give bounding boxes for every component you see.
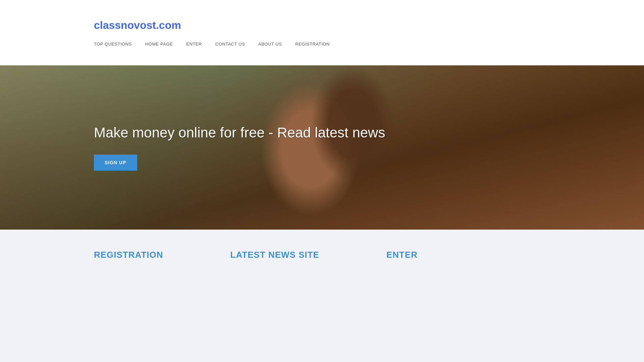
hero-content: Make money online for free - Read latest… xyxy=(0,124,385,171)
section-registration[interactable]: REGISTRATION xyxy=(94,250,163,260)
nav-about-us[interactable]: ABOUT US xyxy=(258,42,282,47)
hero-section: Make money online for free - Read latest… xyxy=(0,65,644,230)
nav-home-page[interactable]: HOME PAGE xyxy=(145,42,173,47)
section-enter[interactable]: ENTER xyxy=(386,250,418,260)
nav-contact-us[interactable]: CONTACT US xyxy=(215,42,245,47)
nav-top-questions[interactable]: TOP QUESTIONS xyxy=(94,42,132,47)
section-latest-news[interactable]: LATEST NEWS SITE xyxy=(230,250,319,260)
nav-enter[interactable]: ENTER xyxy=(186,42,202,47)
logo[interactable]: classnovost.com xyxy=(94,19,181,32)
signup-button[interactable]: SIGN UP xyxy=(94,155,137,171)
main-nav: TOP QUESTIONS HOME PAGE ENTER CONTACT US… xyxy=(94,42,330,47)
header: classnovost.com TOP QUESTIONS HOME PAGE … xyxy=(0,0,644,65)
below-hero-section: REGISTRATION LATEST NEWS SITE ENTER xyxy=(0,230,644,362)
hero-title: Make money online for free - Read latest… xyxy=(94,124,385,141)
nav-registration[interactable]: REGISTRATION xyxy=(295,42,330,47)
